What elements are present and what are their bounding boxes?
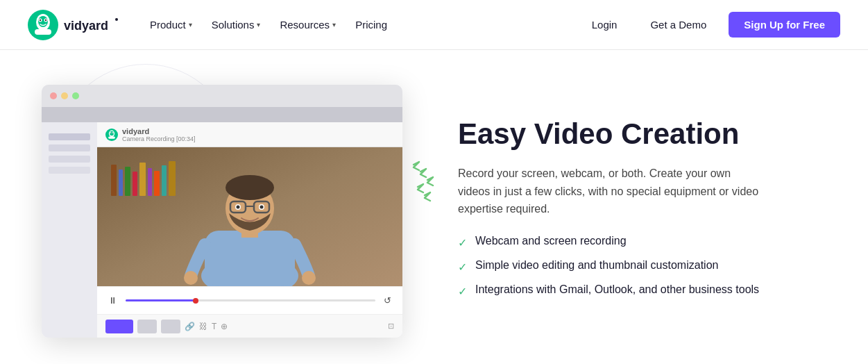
- progress-indicator: [193, 298, 198, 304]
- svg-text:vidyard: vidyard: [64, 19, 108, 33]
- vidyard-wordmark: vidyard: [64, 17, 119, 33]
- play-icon[interactable]: ⏸: [108, 295, 117, 306]
- get-demo-button[interactable]: Get a Demo: [639, 13, 717, 36]
- toolbar-brand-name: vidyard: [122, 127, 196, 135]
- hero-text: Easy Video Creation Record your screen, …: [402, 117, 812, 298]
- svg-point-6: [45, 19, 46, 20]
- signup-button[interactable]: Sign Up for Free: [729, 12, 840, 38]
- window-minimize-dot: [61, 92, 68, 99]
- nav-resources[interactable]: Resources ▾: [271, 13, 344, 36]
- nav-left: vidyard Product ▾ Solutions ▾ Resources …: [28, 10, 395, 40]
- svg-point-29: [260, 206, 264, 209]
- app-toolbar: vidyard Camera Recording [00:34]: [97, 122, 402, 147]
- svg-point-22: [225, 175, 274, 200]
- svg-point-16: [112, 132, 113, 133]
- nav-right: Login Get a Demo Sign Up for Free: [581, 12, 840, 38]
- sidebar-placeholder-4: [49, 167, 90, 174]
- feature-text-1: Webcam and screen recording: [475, 235, 627, 247]
- feature-text-2: Simple video editing and thumbnail custo…: [475, 259, 718, 272]
- chevron-down-icon: ▾: [332, 21, 336, 28]
- feature-list: ✓ Webcam and screen recording ✓ Simple v…: [458, 235, 812, 298]
- app-sidebar: [42, 122, 97, 338]
- nav-solutions[interactable]: Solutions ▾: [203, 13, 269, 36]
- feature-item-1: ✓ Webcam and screen recording: [458, 235, 812, 249]
- video-container: ⏸ ↺ 🔗 ⛓ T ⊕: [97, 147, 402, 338]
- resize-handle: ⊡: [388, 322, 394, 331]
- action-btn-secondary-1[interactable]: [137, 320, 157, 333]
- video-controls: ⏸ ↺: [97, 286, 402, 314]
- browser-address-bar: [42, 107, 402, 122]
- feature-item-3: ✓ Integrations with Gmail, Outlook, and …: [458, 283, 812, 298]
- window-maximize-dot: [72, 92, 79, 99]
- action-btn-secondary-2[interactable]: [161, 320, 180, 333]
- action-btn-primary[interactable]: [105, 320, 133, 333]
- app-main: vidyard Camera Recording [00:34]: [97, 122, 402, 338]
- check-icon-2: ✓: [458, 260, 467, 274]
- nav-solutions-label: Solutions: [212, 19, 255, 31]
- chevron-down-icon: ▾: [257, 21, 260, 28]
- nav-resources-label: Resources: [280, 19, 330, 31]
- decorative-squiggles: [408, 158, 441, 216]
- nav-links: Product ▾ Solutions ▾ Resources ▾ Pricin…: [142, 13, 395, 36]
- svg-point-5: [40, 19, 41, 20]
- nav-product-label: Product: [150, 19, 186, 31]
- svg-point-31: [302, 271, 316, 285]
- toolbar-vidyard-logo: [105, 129, 118, 141]
- check-icon-3: ✓: [458, 285, 467, 298]
- chevron-down-icon: ▾: [189, 21, 192, 28]
- toolbar-recording-label: Camera Recording [00:34]: [122, 135, 196, 142]
- toolbar-brand: vidyard Camera Recording [00:34]: [105, 127, 196, 142]
- svg-rect-19: [205, 231, 295, 286]
- logo[interactable]: vidyard: [28, 10, 119, 40]
- svg-point-9: [115, 18, 118, 21]
- svg-point-28: [237, 206, 240, 209]
- toolbar-brand-text: vidyard Camera Recording [00:34]: [122, 127, 196, 142]
- svg-rect-17: [108, 136, 115, 138]
- video-frame: [97, 147, 402, 286]
- hero-section: vidyard Camera Recording [00:34]: [0, 50, 868, 364]
- login-button[interactable]: Login: [581, 13, 629, 36]
- svg-point-30: [184, 271, 198, 285]
- navbar: vidyard Product ▾ Solutions ▾ Resources …: [0, 0, 868, 50]
- chain-icon: ⛓: [199, 322, 207, 331]
- replay-icon[interactable]: ↺: [384, 295, 391, 306]
- browser-mockup: vidyard Camera Recording [00:34]: [42, 85, 402, 338]
- svg-point-15: [110, 132, 111, 133]
- sidebar-placeholder-1: [49, 133, 90, 140]
- more-icon: ⊕: [221, 322, 228, 331]
- nav-pricing-label: Pricing: [355, 19, 387, 31]
- progress-bar[interactable]: [126, 299, 375, 301]
- feature-item-2: ✓ Simple video editing and thumbnail cus…: [458, 259, 812, 274]
- window-close-dot: [50, 92, 57, 99]
- app-mockup: vidyard Camera Recording [00:34]: [42, 122, 402, 338]
- link-icon: 🔗: [185, 322, 195, 331]
- nav-pricing[interactable]: Pricing: [347, 13, 395, 36]
- sidebar-placeholder-3: [49, 156, 90, 163]
- hero-title: Easy Video Creation: [458, 117, 812, 151]
- vidyard-logo-icon: [28, 10, 58, 40]
- person-svg: [180, 161, 319, 286]
- sidebar-placeholder-2: [49, 144, 90, 151]
- check-icon-1: ✓: [458, 236, 467, 249]
- progress-fill: [126, 299, 196, 301]
- hero-description: Record your screen, webcam, or both. Cre…: [458, 165, 763, 218]
- text-icon: T: [212, 322, 216, 331]
- nav-product[interactable]: Product ▾: [142, 13, 201, 36]
- svg-rect-7: [35, 29, 51, 35]
- video-action-bar: 🔗 ⛓ T ⊕ ⊡: [97, 314, 402, 338]
- browser-titlebar: [42, 85, 402, 107]
- feature-text-3: Integrations with Gmail, Outlook, and ot…: [475, 283, 759, 296]
